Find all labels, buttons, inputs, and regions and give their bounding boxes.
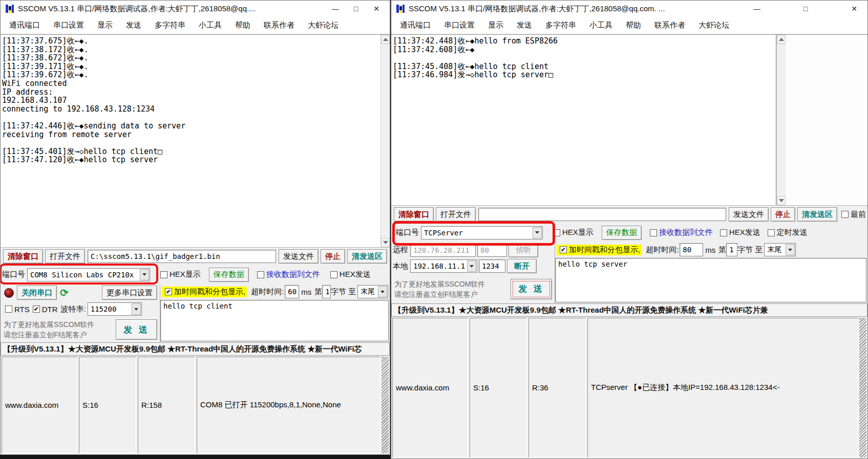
titlebar-left[interactable]: SSCOM V5.13.1 串口/网络数据调试器,作者:大虾丁丁,2618058… xyxy=(1,1,390,17)
timeout-input[interactable]: 60 xyxy=(285,285,299,298)
clear-window-button[interactable]: 清除窗口 xyxy=(394,207,434,222)
clear-send-button[interactable]: 清发送区 xyxy=(797,207,837,222)
maximize-button[interactable]: □ xyxy=(346,5,366,13)
minimize-button[interactable]: — xyxy=(325,5,346,13)
close-button[interactable]: ✕ xyxy=(844,5,864,13)
scrollbar-track[interactable] xyxy=(777,44,786,196)
menu-display[interactable]: 显示 xyxy=(481,20,510,30)
menu-tools[interactable]: 小工具 xyxy=(192,20,228,30)
hex-send-checkbox[interactable] xyxy=(330,271,337,278)
titlebar-right[interactable]: SSCOM V5.13.1 串口/网络数据调试器,作者:大虾丁丁,2618058… xyxy=(391,1,867,17)
stop-button[interactable]: 停止 xyxy=(321,249,345,264)
timestamp-checkbox[interactable] xyxy=(165,288,172,295)
chevron-down-icon[interactable] xyxy=(786,244,795,255)
chevron-down-icon[interactable] xyxy=(533,227,542,238)
close-button[interactable]: ✕ xyxy=(366,5,387,13)
timeout-label: 超时时间: xyxy=(646,245,679,255)
scroll-down-icon[interactable] xyxy=(777,196,786,205)
menu-send[interactable]: 发送 xyxy=(510,20,539,30)
port-select[interactable]: TCPServer xyxy=(421,226,543,239)
status-site[interactable]: www.daxia.com xyxy=(392,318,468,457)
open-file-button[interactable]: 打开文件 xyxy=(45,249,85,264)
menu-serial-settings[interactable]: 串口设置 xyxy=(437,20,481,30)
dtr-checkbox[interactable] xyxy=(33,305,40,313)
menu-multistring[interactable]: 多字符串 xyxy=(539,20,583,30)
menu-help[interactable]: 帮助 xyxy=(619,20,648,30)
terminal-output[interactable]: [11:37:42.448]收←◆hello from ESP8266 [11:… xyxy=(391,35,776,205)
minimize-button[interactable]: — xyxy=(747,5,767,13)
ad-bar[interactable]: 【升级到V5.13.1】★大资源MCU开发板9.9包邮 ★RT-Thread中国… xyxy=(391,303,867,317)
hex-send-checkbox[interactable] xyxy=(720,229,727,236)
close-port-button[interactable]: 关闭串口 xyxy=(17,286,57,300)
byte-index-input[interactable]: 1 xyxy=(322,285,331,298)
save-data-button[interactable]: 保存数据 xyxy=(209,268,249,282)
ad-bar[interactable]: 【升级到V5.13.1】★大资源MCU开发板9.9包邮 ★RT-Thread中国… xyxy=(1,342,390,356)
menu-send[interactable]: 发送 xyxy=(119,20,148,30)
byte-index-input[interactable]: 1 xyxy=(726,243,737,256)
remote-ip-input[interactable]: 120.76.28.211 xyxy=(410,244,476,257)
chevron-down-icon[interactable] xyxy=(378,286,387,297)
menu-tools[interactable]: 小工具 xyxy=(583,20,619,30)
menu-multistring[interactable]: 多字符串 xyxy=(148,20,192,30)
clear-send-button[interactable]: 清发送区 xyxy=(347,249,387,264)
menu-contact-author[interactable]: 联系作者 xyxy=(257,20,301,30)
open-file-button[interactable]: 打开文件 xyxy=(436,207,476,222)
resize-grip[interactable] xyxy=(859,318,866,457)
save-data-button[interactable]: 保存数据 xyxy=(602,226,642,240)
hex-display-checkbox[interactable] xyxy=(553,229,560,236)
hex-display-checkbox[interactable] xyxy=(160,271,167,278)
menu-forum[interactable]: 大虾论坛 xyxy=(301,20,345,30)
rts-checkbox[interactable] xyxy=(5,305,12,313)
menu-serial-settings[interactable]: 串口设置 xyxy=(47,20,91,30)
send-text-input[interactable]: hello tcp server xyxy=(555,258,866,302)
local-port-input[interactable]: 1234 xyxy=(479,259,505,273)
byte-to-select[interactable]: 末尾 xyxy=(764,243,796,256)
send-file-button[interactable]: 发送文件 xyxy=(729,207,769,222)
port-select[interactable]: COM8 Silicon Labs CP210x U xyxy=(27,268,150,281)
chevron-down-icon[interactable] xyxy=(467,260,476,272)
timed-send-checkbox[interactable] xyxy=(768,229,775,236)
scroll-up-icon[interactable] xyxy=(381,35,390,44)
file-path-input[interactable]: C:\sscom5.13.1\gif_badger1.bin xyxy=(88,250,276,263)
menu-display[interactable]: 显示 xyxy=(91,20,119,30)
top-most-checkbox[interactable] xyxy=(841,211,849,218)
menu-forum[interactable]: 大虾论坛 xyxy=(692,20,736,30)
scroll-up-icon[interactable] xyxy=(777,35,786,44)
scroll-down-icon[interactable] xyxy=(381,238,390,247)
bottom-panel-right: 远程 120.76.28.211 80 侦听 本地 192.168.11.1 1… xyxy=(391,242,867,303)
stop-button[interactable]: 停止 xyxy=(771,207,795,222)
disconnect-button[interactable]: 断开 xyxy=(507,259,537,273)
menu-comm-port[interactable]: 通讯端口 xyxy=(3,20,47,30)
recv-to-file-checkbox[interactable] xyxy=(650,229,657,236)
timestamp-row: 加时间戳和分包显示, 超时时间: 80 ms 第 1 字节 至 末尾 xyxy=(555,242,867,257)
status-site[interactable]: www.daxia.com xyxy=(2,357,77,453)
byte-to-select[interactable]: 末尾 xyxy=(357,285,388,298)
send-button[interactable]: 发 送 xyxy=(511,279,552,299)
menu-help[interactable]: 帮助 xyxy=(228,20,257,30)
send-text-input[interactable]: hello tcp client xyxy=(160,300,389,341)
file-path-input[interactable] xyxy=(478,208,726,221)
timestamp-checkbox[interactable] xyxy=(560,246,567,253)
scrollbar-track[interactable] xyxy=(381,44,390,238)
chevron-down-icon[interactable] xyxy=(140,269,149,280)
baud-label: 波特率: xyxy=(61,304,86,314)
baud-select[interactable]: 115200 xyxy=(88,302,142,316)
terminal-output[interactable]: [11:37:37.675]收←◆. [11:37:38.172]收←◆. [1… xyxy=(1,35,380,247)
more-serial-settings-button[interactable]: 更多串口设置 xyxy=(102,286,157,300)
send-file-button[interactable]: 发送文件 xyxy=(279,249,319,264)
menu-comm-port[interactable]: 通讯端口 xyxy=(393,20,437,30)
maximize-button[interactable]: □ xyxy=(795,5,816,13)
refresh-ports-icon[interactable]: ⟳ xyxy=(60,287,69,299)
port-label: 端口号 xyxy=(396,228,419,237)
remote-port-input[interactable]: 80 xyxy=(477,244,507,257)
send-button[interactable]: 发 送 xyxy=(116,319,157,340)
timeout-input[interactable]: 80 xyxy=(680,243,703,256)
local-ip-select[interactable]: 192.168.11.1 xyxy=(410,259,477,273)
chevron-down-icon[interactable] xyxy=(132,303,141,315)
clear-window-button[interactable]: 清除窗口 xyxy=(3,249,43,264)
recv-to-file-checkbox[interactable] xyxy=(257,271,264,278)
menu-contact-author[interactable]: 联系作者 xyxy=(648,20,692,30)
resize-grip[interactable] xyxy=(382,357,389,453)
scrollbar[interactable] xyxy=(776,35,786,205)
scrollbar[interactable] xyxy=(380,35,390,247)
